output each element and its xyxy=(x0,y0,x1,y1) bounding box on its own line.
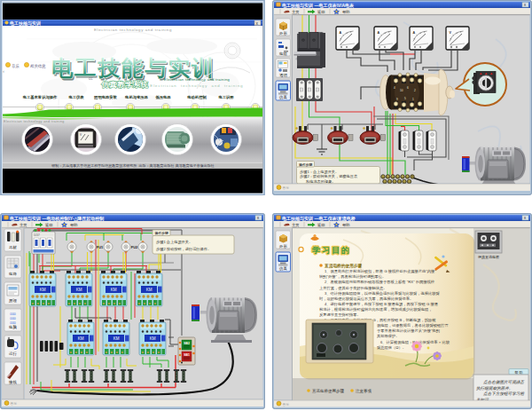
svg-text:FU1: FU1 xyxy=(97,245,104,249)
svg-text:Electrician technology and tra: Electrician technology and training xyxy=(94,28,172,32)
svg-text:帮 助: 帮 助 xyxy=(514,370,522,375)
svg-text:音乐: 音乐 xyxy=(12,64,20,68)
svg-text:电工识图: 电工识图 xyxy=(218,95,233,99)
svg-text:外形: 外形 xyxy=(278,244,287,249)
svg-text:接线: 接线 xyxy=(8,380,17,384)
svg-text:低压电器: 低压电器 xyxy=(154,95,171,99)
svg-text:主页: 主页 xyxy=(292,223,300,227)
svg-text:1: 1 xyxy=(412,98,414,101)
svg-text:电工技能与实训: 电工技能与实训 xyxy=(51,56,215,80)
svg-text:执行细观察的器件。: 执行细观察的器件。 xyxy=(476,386,512,391)
svg-text:‹: ‹ xyxy=(3,68,4,74)
svg-text:电路: 电路 xyxy=(9,272,17,276)
svg-text:点击右侧图片可观静态: 点击右侧图片可观静态 xyxy=(483,380,525,384)
svg-text:电工技能与实训: 电工技能与实训 xyxy=(10,20,41,27)
svg-text:主页: 主页 xyxy=(292,10,300,14)
svg-text:电工技能与实训 —电工仪表\V/A电表: 电工技能与实训 —电工仪表\V/A电表 xyxy=(282,3,355,9)
svg-text:操作步骤: 操作步骤 xyxy=(154,231,168,235)
svg-text:2: 2 xyxy=(414,89,416,92)
svg-text:音乐: 音乐 xyxy=(11,401,18,406)
svg-text:运行: 运行 xyxy=(9,352,17,356)
svg-text:FU2: FU2 xyxy=(131,245,138,249)
svg-text:其短路保护。: 其短路保护。 xyxy=(377,334,400,338)
svg-text:DZ47: DZ47 xyxy=(34,233,40,237)
svg-text:帮助: 帮助 xyxy=(70,223,78,227)
svg-text:学习目的: 学习目的 xyxy=(312,246,351,255)
svg-text:臂总阻值（Ω）。: 臂总阻值（Ω）。 xyxy=(377,345,406,350)
svg-text:6: 6 xyxy=(407,86,409,90)
svg-text:帮助: 帮助 xyxy=(342,10,350,14)
svg-text:4: 4 xyxy=(394,86,395,90)
svg-text:返回: 返回 xyxy=(44,223,53,227)
svg-text:电工技能与实训 —电动机控制\Y-△降压起动控制: 电工技能与实训 —电动机控制\Y-△降压起动控制 xyxy=(10,216,104,222)
svg-text:透明: 透明 xyxy=(279,73,287,77)
svg-text:10: 10 xyxy=(400,89,403,92)
svg-text:直流电桥使用步骤: 直流电桥使用步骤 xyxy=(312,388,345,393)
svg-text:返回: 返回 xyxy=(317,223,325,227)
svg-text:电阻: 电阻 xyxy=(279,51,287,56)
svg-text:原理: 原理 xyxy=(9,298,17,303)
svg-text:V: V xyxy=(80,133,82,137)
svg-text:SB2: SB2 xyxy=(184,342,190,345)
svg-text:电脑: 电脑 xyxy=(9,324,17,329)
svg-text:直流电桥的使用步骤: 直流电桥的使用步骤 xyxy=(324,263,363,269)
svg-text:反复调节直至指针指零。: 反复调节直至指针指零。 xyxy=(319,312,361,317)
svg-text:点击下方按钮可学习相: 点击下方按钮可学习相 xyxy=(483,391,524,396)
svg-text:音乐: 音乐 xyxy=(283,186,290,190)
svg-text:帮助: 帮助 xyxy=(342,223,350,227)
svg-text:电工技能与实训 —电工仪表\直流电桥: 电工技能与实训 —电工仪表\直流电桥 xyxy=(282,216,356,222)
svg-text:和电流表的现象。: 和电流表的现象。 xyxy=(306,179,336,184)
svg-text:返回: 返回 xyxy=(317,10,325,14)
svg-text:Electrician technology and tra: Electrician technology and training xyxy=(164,77,231,82)
svg-text:Electrician technology and tra: Electrician technology and training xyxy=(4,120,65,123)
svg-text:主页: 主页 xyxy=(20,223,27,227)
svg-text:注意事项: 注意事项 xyxy=(356,389,372,393)
svg-text:9: 9 xyxy=(396,98,398,101)
svg-text:Electrician technology and: Electrician technology and training xyxy=(150,83,243,88)
svg-text:SB1: SB1 xyxy=(184,353,190,357)
svg-text:仿真教学系统: 仿真教学系统 xyxy=(100,80,148,89)
svg-text:电工仪表: 电工仪表 xyxy=(68,95,84,99)
svg-text:相关信息: 相关信息 xyxy=(30,64,46,68)
svg-text:操作步骤: 操作步骤 xyxy=(298,162,312,167)
svg-text:外形: 外形 xyxy=(278,31,287,36)
svg-text:音乐: 音乐 xyxy=(283,402,290,407)
svg-text:5: 5 xyxy=(404,97,406,100)
